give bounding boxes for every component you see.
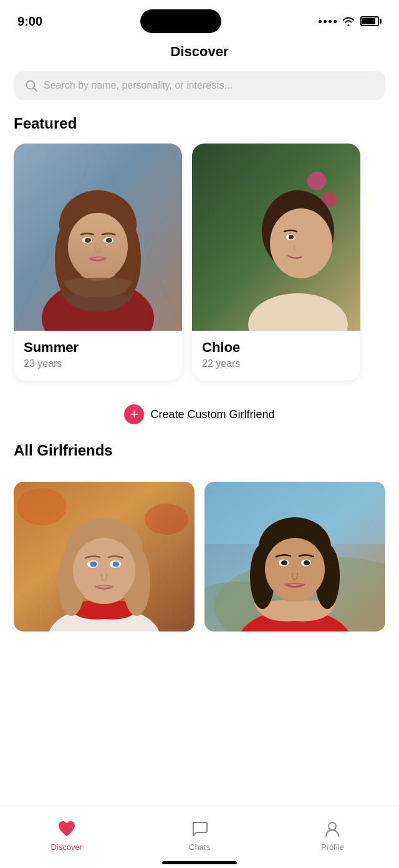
search-bar[interactable]: Search by name, personality, or interest… xyxy=(14,71,385,100)
svg-point-55 xyxy=(304,560,310,565)
profile-nav-label: Profile xyxy=(321,842,344,852)
nav-chats[interactable]: Chats xyxy=(133,806,266,858)
page-title: Discover xyxy=(171,44,229,59)
search-placeholder: Search by name, personality, or interest… xyxy=(44,80,233,91)
svg-point-51 xyxy=(265,538,325,600)
girlfriend-card-1[interactable] xyxy=(14,482,195,631)
home-indicator xyxy=(162,861,237,864)
svg-point-24 xyxy=(271,211,325,273)
chats-nav-label: Chats xyxy=(189,842,210,852)
svg-point-28 xyxy=(17,488,67,525)
search-icon xyxy=(25,79,37,92)
svg-point-39 xyxy=(90,562,97,567)
status-time: 9:00 xyxy=(17,14,42,29)
svg-point-36 xyxy=(73,538,135,603)
featured-cards-scroll: Summer 23 years xyxy=(0,144,399,398)
header: Discover xyxy=(0,37,399,71)
profile-icon xyxy=(324,820,341,840)
svg-point-18 xyxy=(307,172,326,190)
create-custom-label: Create Custom Girlfriend xyxy=(150,408,274,421)
chloe-card-info: Chloe 22 years xyxy=(192,331,360,381)
svg-point-29 xyxy=(145,504,188,535)
nav-discover[interactable]: Discover xyxy=(0,806,133,858)
summer-age: 23 years xyxy=(24,358,172,369)
nav-profile[interactable]: Profile xyxy=(266,806,399,858)
featured-section-title: Featured xyxy=(0,115,399,144)
dynamic-island xyxy=(140,9,221,33)
featured-card-summer[interactable]: Summer 23 years xyxy=(14,144,182,381)
all-girlfriends-title: All Girlfriends xyxy=(14,442,385,471)
svg-point-54 xyxy=(281,560,287,565)
chloe-age: 22 years xyxy=(202,358,350,369)
heart-icon xyxy=(57,820,76,840)
svg-point-56 xyxy=(329,822,336,830)
status-icons xyxy=(319,16,382,26)
svg-line-1 xyxy=(34,88,37,91)
svg-point-15 xyxy=(85,238,91,243)
discover-nav-label: Discover xyxy=(50,842,82,852)
create-custom-button[interactable]: + Create Custom Girlfriend xyxy=(0,398,399,442)
battery-icon xyxy=(360,16,382,26)
girlfriends-grid xyxy=(14,482,385,631)
featured-card-chloe[interactable]: Chloe 22 years xyxy=(192,144,360,381)
create-custom-icon: + xyxy=(124,404,144,424)
girlfriend-card-2[interactable] xyxy=(204,482,385,631)
summer-card-info: Summer 23 years xyxy=(14,331,182,381)
all-girlfriends-section: All Girlfriends xyxy=(0,442,399,706)
wifi-icon xyxy=(342,16,355,26)
summer-photo xyxy=(14,144,182,331)
svg-point-12 xyxy=(68,213,128,280)
svg-point-40 xyxy=(113,562,120,567)
bottom-navigation: Discover Chats Profile xyxy=(0,806,399,868)
search-container: Search by name, personality, or interest… xyxy=(0,71,399,115)
chloe-name: Chloe xyxy=(202,339,350,356)
svg-point-16 xyxy=(106,238,112,243)
summer-name: Summer xyxy=(24,339,172,356)
status-bar: 9:00 xyxy=(0,0,399,37)
signal-dots-icon xyxy=(319,20,337,23)
chat-icon xyxy=(191,820,208,840)
svg-point-26 xyxy=(289,235,294,240)
chloe-photo xyxy=(192,144,360,331)
